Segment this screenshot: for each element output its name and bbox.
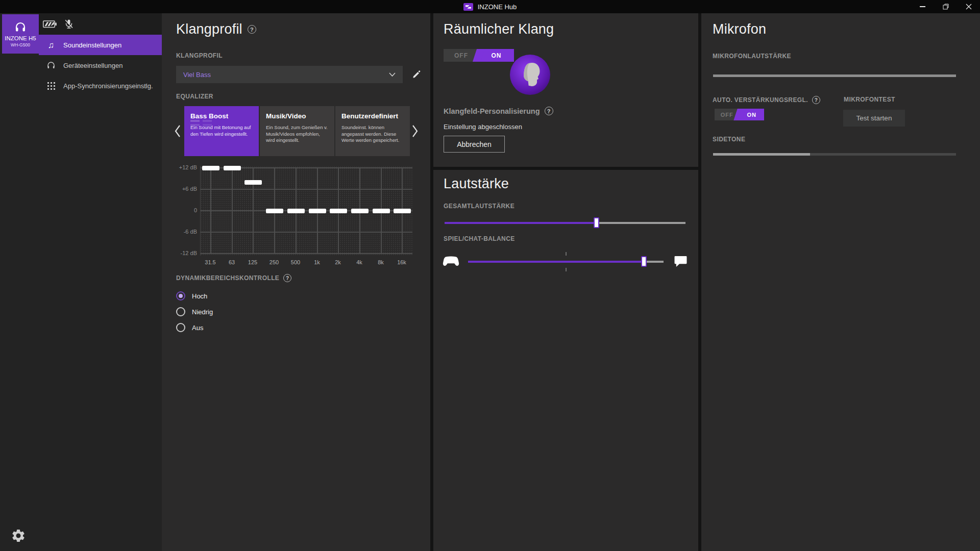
- eq-x-tick-label: 16k: [390, 259, 413, 265]
- eq-band-handle-1k[interactable]: [309, 209, 326, 213]
- eq-band-handle-125[interactable]: [244, 180, 262, 185]
- eq-y-tick-label: -12 dB: [174, 250, 197, 256]
- eq-band-handle-250[interactable]: [266, 209, 283, 213]
- drc-label: DYNAMIKBEREICHSKONTROLLE: [176, 274, 279, 282]
- headset-icon: [14, 21, 27, 33]
- eq-band-line: [232, 168, 233, 254]
- eq-band-handle-16k[interactable]: [394, 209, 411, 213]
- mikrofon-panel: Mikrofon MIKROFONLAUTSTÄRKE AUTO. VERSTÄ…: [701, 13, 980, 551]
- help-icon[interactable]: [283, 274, 291, 282]
- app-title: INZONE Hub: [463, 3, 517, 11]
- titlebar: INZONE Hub: [0, 0, 980, 13]
- lautstaerke-panel: Lautstärke GESAMTLAUTSTÄRKE SPIEL/CHAT-B…: [433, 170, 698, 551]
- preset-title: Benutzerdefiniert: [341, 112, 405, 120]
- restore-button[interactable]: [934, 0, 957, 13]
- radio-label: Aus: [192, 324, 203, 332]
- device-model: WH-G500: [11, 42, 30, 47]
- eq-band-handle-2k[interactable]: [330, 209, 347, 213]
- eq-band-handle-500[interactable]: [287, 209, 305, 213]
- presets-scroll-left-button[interactable]: [173, 124, 181, 138]
- master-volume-label: GESAMTLAUTSTÄRKE: [444, 203, 514, 210]
- preset-description: Ein Sound, zum Genießen v. Musik/Videos …: [266, 124, 329, 144]
- sidebar: INZONE H5 WH-G500 ♫SoundeinstellungenGer…: [0, 13, 162, 551]
- preset-title: Bass Boost: [190, 112, 254, 120]
- settings-gear-button[interactable]: [10, 528, 27, 544]
- mic-level-meter: [713, 74, 956, 77]
- eq-x-tick-label: 31.5: [199, 259, 222, 265]
- master-volume-slider[interactable]: [445, 217, 685, 229]
- eq-band-handle-31-5[interactable]: [202, 166, 219, 170]
- radio-button[interactable]: [176, 307, 185, 316]
- sidebar-item-app-synchronisierungseinstlg[interactable]: App-Synchronisierungseinstlg.: [39, 76, 162, 96]
- chevron-left-icon: [174, 124, 181, 138]
- eq-band-handle-63[interactable]: [224, 166, 241, 170]
- raeumlicher-klang-panel: Räumlicher Klang OFF ON Klangfeld-Person…: [433, 13, 698, 167]
- drc-options: HochNiedrigAus: [176, 290, 213, 333]
- mic-volume-label: MIKROFONLAUTSTÄRKE: [713, 53, 791, 60]
- spatial-sound-toggle[interactable]: OFF ON: [444, 49, 514, 62]
- sidetone-fill: [713, 153, 810, 156]
- presets-scroll-right-button[interactable]: [411, 124, 419, 138]
- sidetone-slider[interactable]: [713, 153, 956, 156]
- battery-icon: [43, 20, 57, 28]
- minimize-button[interactable]: [911, 0, 934, 13]
- agc-toggle[interactable]: OFF ON: [715, 109, 764, 120]
- chevron-right-icon: [412, 124, 419, 138]
- help-icon[interactable]: [812, 96, 820, 104]
- sidebar-item-geräteeinstellungen[interactable]: Geräteeinstellungen: [39, 55, 162, 76]
- game-chat-balance-label: SPIEL/CHAT-BALANCE: [444, 235, 515, 242]
- eq-x-tick-label: 2k: [327, 259, 349, 265]
- radio-label: Niedrig: [192, 308, 213, 316]
- radio-button[interactable]: [176, 291, 185, 300]
- sidetone-label: SIDETONE: [713, 136, 745, 143]
- inzone-hub-window: INZONE Hub INZONE H5 WH-G500 ♫S: [0, 0, 980, 551]
- eq-band-handle-4k[interactable]: [351, 209, 369, 213]
- restore-icon: [943, 4, 949, 10]
- eq-y-tick-label: -6 dB: [174, 229, 197, 235]
- personalization-label: Klangfeld-Personalisierung: [444, 107, 540, 115]
- device-name: INZONE H5: [5, 35, 36, 41]
- start-mic-test-button[interactable]: Test starten: [843, 110, 905, 127]
- headphones-icon: [46, 61, 56, 70]
- toggle-on-label: ON: [479, 49, 514, 62]
- klangprofil-dropdown-value: Viel Bass: [183, 71, 211, 79]
- radio-button[interactable]: [176, 323, 185, 332]
- drc-option-aus[interactable]: Aus: [176, 322, 213, 333]
- eq-preset-musik-video[interactable]: Musik/VideoEin Sound, zum Genießen v. Mu…: [260, 106, 334, 156]
- close-button[interactable]: [957, 0, 980, 13]
- slider-fill: [468, 261, 644, 263]
- eq-x-tick-label: 8k: [370, 259, 392, 265]
- eq-band-line: [210, 168, 211, 254]
- head-avatar: [510, 55, 550, 95]
- eq-x-tick-label: 125: [241, 259, 264, 265]
- minimize-icon: [920, 6, 925, 7]
- eq-preset-benutzerdefiniert[interactable]: BenutzerdefiniertSoundeinst. können ange…: [335, 106, 410, 156]
- game-chat-balance-slider[interactable]: [468, 256, 664, 267]
- eq-preset-bass-boost[interactable]: Bass BoostEin Sound mit Betonung auf den…: [184, 106, 259, 156]
- grid-icon: [46, 82, 56, 90]
- window-controls: [911, 0, 980, 13]
- drc-option-hoch[interactable]: Hoch: [176, 290, 213, 302]
- help-icon[interactable]: [248, 25, 256, 34]
- cancel-button[interactable]: Abbrechen: [444, 136, 505, 153]
- eq-band-handle-8k[interactable]: [373, 209, 390, 213]
- device-tile[interactable]: INZONE H5 WH-G500: [2, 14, 39, 54]
- equalizer-plot-area[interactable]: [200, 166, 412, 256]
- agc-label: AUTO. VERSTÄRKUNGSREGL.: [713, 96, 808, 104]
- eq-x-tick-label: 63: [220, 259, 243, 265]
- edit-profile-button[interactable]: [410, 68, 423, 81]
- eq-y-tick-label: +6 dB: [174, 186, 197, 192]
- drc-option-niedrig[interactable]: Niedrig: [176, 306, 213, 317]
- preset-description: Ein Sound mit Betonung auf den Tiefen wi…: [190, 124, 254, 137]
- sidebar-item-label: Soundeinstellungen: [63, 41, 121, 49]
- slider-thumb[interactable]: [594, 217, 599, 228]
- device-status-icons: [43, 13, 74, 35]
- center-tick: [566, 252, 567, 256]
- eq-x-tick-label: 4k: [348, 259, 371, 265]
- slider-thumb[interactable]: [641, 256, 647, 267]
- help-icon[interactable]: [545, 107, 553, 115]
- game-controller-icon: [442, 256, 460, 269]
- sidebar-item-soundeinstellungen[interactable]: ♫Soundeinstellungen: [39, 35, 162, 55]
- mic-muted-icon: [64, 19, 74, 29]
- klangprofil-dropdown[interactable]: Viel Bass: [176, 66, 403, 83]
